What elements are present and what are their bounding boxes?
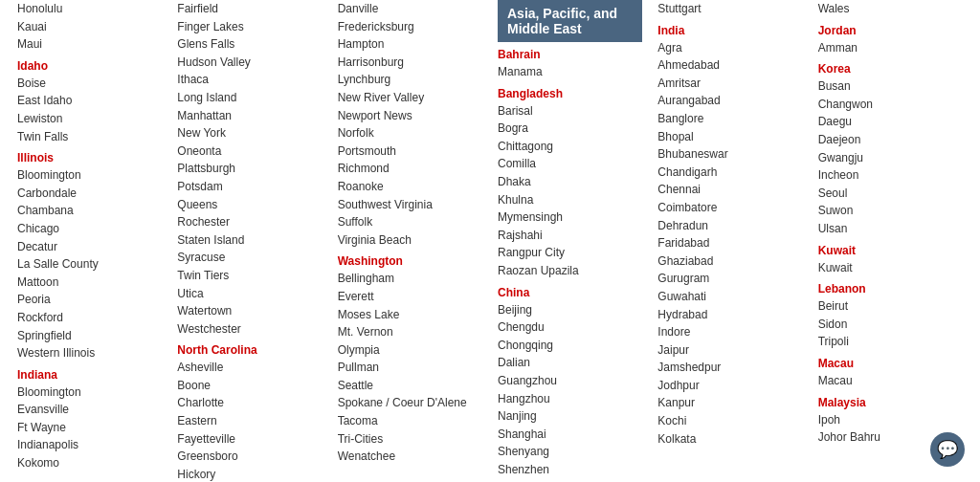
city-link[interactable]: Dehradun xyxy=(657,217,802,235)
city-link[interactable]: Nanjing xyxy=(498,407,642,426)
city-link[interactable]: Hydrabad xyxy=(657,306,802,324)
city-link[interactable]: Western Illinois xyxy=(17,344,162,362)
city-link[interactable]: Jodhpur xyxy=(657,377,802,395)
city-link[interactable]: Kokomo xyxy=(17,454,162,472)
city-link[interactable]: Rochester xyxy=(177,213,322,231)
city-link[interactable]: Chengdu xyxy=(498,318,642,337)
city-link[interactable]: Ghaziabad xyxy=(657,252,802,271)
city-link[interactable]: Amritsar xyxy=(657,75,802,93)
city-link[interactable]: Busan xyxy=(818,77,963,96)
city-link[interactable]: Peoria xyxy=(17,291,162,309)
city-link[interactable]: Dalian xyxy=(498,354,642,372)
city-link[interactable]: Mt. Vernon xyxy=(338,323,482,341)
city-link[interactable]: Evansville xyxy=(17,401,162,419)
city-link[interactable]: Faridabad xyxy=(657,234,802,252)
city-link[interactable]: Shenyang xyxy=(498,443,642,461)
city-link[interactable]: Ulsan xyxy=(818,220,963,238)
city-link[interactable]: Seattle xyxy=(338,377,482,395)
city-link[interactable]: Aurangabad xyxy=(657,92,802,110)
city-link[interactable]: Fairfield xyxy=(177,0,322,18)
city-link[interactable]: Tripoli xyxy=(818,333,963,351)
city-link[interactable]: Rockford xyxy=(17,309,162,327)
city-link[interactable]: Jaipur xyxy=(657,341,802,360)
city-link[interactable]: Kuwait xyxy=(818,259,963,277)
city-link[interactable]: Chongqing xyxy=(498,337,642,355)
chat-button[interactable]: 💬 xyxy=(930,432,965,467)
city-link[interactable]: Ahmedabad xyxy=(657,56,802,75)
city-link[interactable]: Dhaka xyxy=(498,173,642,191)
city-link[interactable]: Pullman xyxy=(338,359,482,377)
city-link[interactable]: Carbondale xyxy=(17,185,162,203)
city-link[interactable]: Glens Falls xyxy=(177,35,322,54)
city-link[interactable]: Decatur xyxy=(17,238,162,256)
city-link[interactable]: Richmond xyxy=(338,160,482,178)
city-link[interactable]: Lewiston xyxy=(17,110,162,128)
city-link[interactable]: Changwon xyxy=(818,96,963,114)
city-link[interactable]: Raozan Upazila xyxy=(498,262,642,280)
city-link[interactable]: Suwon xyxy=(818,202,963,220)
city-link[interactable]: Tri-Cities xyxy=(338,430,482,449)
city-link[interactable]: Boise xyxy=(17,75,162,93)
city-link[interactable]: Seoul xyxy=(818,185,963,203)
city-link[interactable]: Twin Falls xyxy=(17,128,162,146)
city-link[interactable]: Watertown xyxy=(177,302,322,320)
city-link[interactable]: Chennai xyxy=(657,181,802,199)
city-link[interactable]: Bogra xyxy=(498,120,642,138)
city-link[interactable]: Fayetteville xyxy=(177,430,322,449)
city-link[interactable]: Bloomington xyxy=(17,383,162,402)
city-link[interactable]: Beirut xyxy=(818,297,963,316)
city-link[interactable]: Khulna xyxy=(498,191,642,209)
city-link[interactable]: Manhattan xyxy=(177,107,322,125)
city-link[interactable]: Wenatchee xyxy=(338,448,482,466)
city-link[interactable]: Daegu xyxy=(818,113,963,131)
city-link[interactable]: Rajshahi xyxy=(498,227,642,245)
city-link[interactable]: Hangzhou xyxy=(498,390,642,408)
city-link[interactable]: Kanpur xyxy=(657,394,802,412)
city-link[interactable]: Hudson Valley xyxy=(177,54,322,72)
city-link[interactable]: Bloomington xyxy=(17,166,162,185)
city-link[interactable]: Macau xyxy=(818,372,963,390)
city-link[interactable]: Eastern xyxy=(177,412,322,430)
city-link[interactable]: Agra xyxy=(657,39,802,57)
city-link[interactable]: Beijing xyxy=(498,301,642,319)
city-link[interactable]: Mattoon xyxy=(17,274,162,292)
city-link[interactable]: Ipoh xyxy=(818,411,963,429)
city-link[interactable]: Fredericksburg xyxy=(338,18,482,36)
city-link[interactable]: Norfolk xyxy=(338,124,482,142)
city-link[interactable]: Ft Wayne xyxy=(17,419,162,437)
city-link[interactable]: Hickory xyxy=(177,466,322,482)
city-link[interactable]: Bhubaneswar xyxy=(657,145,802,164)
city-link[interactable]: Gurugram xyxy=(657,270,802,288)
city-link[interactable]: Chicago xyxy=(17,220,162,238)
city-link[interactable]: Springfield xyxy=(17,327,162,345)
city-link[interactable]: Lynchburg xyxy=(338,71,482,89)
city-link[interactable]: Coimbatore xyxy=(657,199,802,217)
city-link[interactable]: Newport News xyxy=(338,107,482,125)
city-link[interactable]: Virginia Beach xyxy=(338,231,482,250)
city-link[interactable]: Queens xyxy=(177,196,322,214)
city-link[interactable]: Everett xyxy=(338,288,482,306)
city-link[interactable]: La Salle County xyxy=(17,255,162,274)
city-link[interactable]: Moses Lake xyxy=(338,306,482,324)
city-link[interactable]: Asheville xyxy=(177,359,322,377)
city-link[interactable]: Plattsburgh xyxy=(177,160,322,178)
city-link[interactable]: Portsmouth xyxy=(338,142,482,161)
city-link[interactable]: Maui xyxy=(17,35,162,54)
city-link[interactable]: New River Valley xyxy=(338,89,482,107)
city-link[interactable]: Barisal xyxy=(498,102,642,120)
city-link[interactable]: Stuttgart xyxy=(657,0,802,18)
city-link[interactable]: New York xyxy=(177,124,322,142)
city-link[interactable]: Kochi xyxy=(657,412,802,430)
city-link[interactable]: Gwangju xyxy=(818,149,963,167)
city-link[interactable]: Twin Tiers xyxy=(177,267,322,285)
city-link[interactable]: Wales xyxy=(818,0,963,18)
city-link[interactable]: Potsdam xyxy=(177,178,322,196)
city-link[interactable]: Sidon xyxy=(818,316,963,334)
city-link[interactable]: Chittagong xyxy=(498,138,642,156)
city-link[interactable]: Staten Island xyxy=(177,231,322,250)
city-link[interactable]: Incheon xyxy=(818,166,963,185)
city-link[interactable]: Southwest Virginia xyxy=(338,196,482,214)
city-link[interactable]: Bhopal xyxy=(657,128,802,146)
city-link[interactable]: Manama xyxy=(498,63,642,81)
city-link[interactable]: Utica xyxy=(177,285,322,303)
